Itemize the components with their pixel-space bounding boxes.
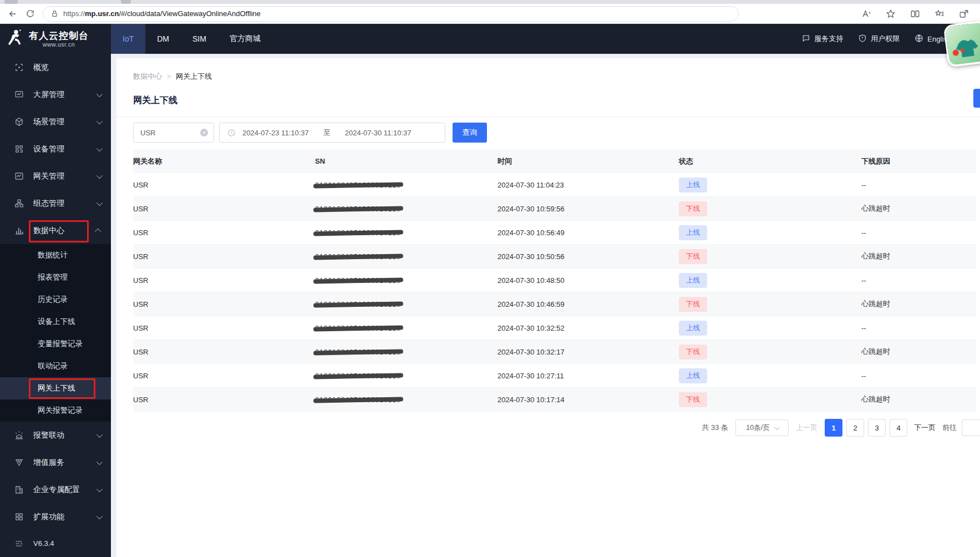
refresh-icon[interactable] xyxy=(26,9,35,18)
sidebar-item-8[interactable]: 增值服务 xyxy=(0,449,111,476)
sidebar-subitem-0[interactable]: 数据统计 xyxy=(0,244,111,266)
gateway-name-cell: USR xyxy=(133,348,315,356)
gateway-name-cell: USR xyxy=(133,276,315,285)
offline-reason-cell: 心跳超时 xyxy=(861,347,976,357)
time-cell: 2024-07-30 10:32:17 xyxy=(497,348,679,356)
sidebar-subitem-7[interactable]: 网关报警记录 xyxy=(0,399,111,422)
sidebar-item-6[interactable]: 数据中心 xyxy=(0,217,111,244)
lock-icon[interactable] xyxy=(51,10,58,17)
user-avatar[interactable] xyxy=(943,21,980,68)
status-cell: 下线 xyxy=(679,297,861,312)
navbar-item-0[interactable]: 服务支持 xyxy=(801,34,843,44)
product-tab-官方商城[interactable]: 官方商城 xyxy=(218,24,272,54)
globe-icon xyxy=(915,34,923,44)
product-tab-dm[interactable]: DM xyxy=(145,24,181,54)
table-row: USR010012240510000102102024-07-30 10:50:… xyxy=(133,245,976,269)
chevron-up-icon xyxy=(95,228,101,234)
gateway-icon xyxy=(14,171,24,181)
sidebar-item-9[interactable]: 企业专属配置 xyxy=(0,476,111,503)
favorites-bar-icon[interactable] xyxy=(935,9,945,19)
filter-bar: × 2024-07-23 11:10:37 至 2024-07-30 11:10… xyxy=(133,123,976,143)
table-row: USR010012240510000102102024-07-30 10:32:… xyxy=(133,316,976,340)
page-button-1[interactable]: 1 xyxy=(825,419,842,437)
content-card: 数据中心 > 网关上下线 网关上下线 × 2024-07-23 11:10:37… xyxy=(116,58,980,557)
status-badge: 下线 xyxy=(679,345,707,359)
goto-page-input[interactable] xyxy=(962,419,980,436)
date-range-picker[interactable]: 2024-07-23 11:10:37 至 2024-07-30 11:10:3… xyxy=(219,123,445,143)
navbar-item-1[interactable]: 用户权限 xyxy=(858,34,900,44)
date-start[interactable]: 2024-07-23 11:10:37 xyxy=(242,129,309,137)
logo[interactable]: 有人云控制台 www.usr.cn xyxy=(0,24,111,54)
table-body: USR010012240510000102102024-07-30 11:04:… xyxy=(133,173,976,412)
sn-cell: 01001224051000010210 xyxy=(315,276,497,285)
page-button-4[interactable]: 4 xyxy=(890,419,907,437)
prev-page-button[interactable]: 上一页 xyxy=(796,423,817,433)
sidebar-item-label: 组态管理 xyxy=(33,199,64,209)
sidebar-item-7[interactable]: 报警联动 xyxy=(0,422,111,449)
sidebar-item-0[interactable]: 概览 xyxy=(0,54,111,81)
sidebar-item-label: 场景管理 xyxy=(33,117,64,127)
sidebar-subitem-3[interactable]: 设备上下线 xyxy=(0,311,111,333)
chevron-down-icon xyxy=(97,199,103,205)
table-header: 网关名称SN时间状态下线原因 xyxy=(133,149,976,173)
column-header-2: 时间 xyxy=(497,156,679,166)
search-input[interactable] xyxy=(140,129,200,137)
sidebar-item-5[interactable]: 组态管理 xyxy=(0,190,111,217)
date-separator: 至 xyxy=(316,128,338,138)
sidebar-subitem-1[interactable]: 报表管理 xyxy=(0,266,111,288)
navbar-item-label: 服务支持 xyxy=(814,34,843,44)
gateway-search-field[interactable]: × xyxy=(133,123,214,143)
export-button[interactable] xyxy=(973,89,980,108)
product-tab-sim[interactable]: SIM xyxy=(181,24,218,54)
column-header-3: 状态 xyxy=(679,156,861,166)
sidebar-subitem-6[interactable]: 网关上下线 xyxy=(0,377,111,399)
top-navbar: 有人云控制台 www.usr.cn IoTDMSIM官方商城 服务支持用户权限E… xyxy=(0,24,980,54)
shield-icon xyxy=(858,34,867,44)
sn-cell: 01001224051000010210 xyxy=(315,324,497,332)
breadcrumb-parent[interactable]: 数据中心 xyxy=(133,72,162,82)
address-bar[interactable]: https://mp.usr.cn/#/cloud/data/ViewGatew… xyxy=(43,6,739,22)
date-end[interactable]: 2024-07-30 11:10:37 xyxy=(345,129,412,137)
sidebar-item-label: 大屏管理 xyxy=(33,90,64,100)
sidebar-subitem-2[interactable]: 历史记录 xyxy=(0,288,111,311)
scene-icon xyxy=(14,117,24,127)
next-page-button[interactable]: 下一页 xyxy=(914,423,936,433)
gateway-name-cell: USR xyxy=(133,300,315,308)
usr-logo-icon xyxy=(7,29,24,49)
split-screen-icon[interactable] xyxy=(910,9,920,19)
status-cell: 下线 xyxy=(679,345,861,359)
page-button-2[interactable]: 2 xyxy=(846,419,864,437)
sidebar-item-1[interactable]: 大屏管理 xyxy=(0,81,111,108)
sidebar-item-4[interactable]: 网关管理 xyxy=(0,163,111,190)
browser-extra-icon[interactable] xyxy=(959,9,969,19)
sidebar-submenu: 数据统计报表管理历史记录设备上下线变量报警记录联动记录网关上下线网关报警记录 xyxy=(0,244,111,422)
offline-reason-cell: -- xyxy=(861,324,976,332)
favorite-star-icon[interactable] xyxy=(886,9,896,19)
sidebar-subitem-5[interactable]: 联动记录 xyxy=(0,355,111,377)
page-size-select[interactable]: 10条/页 xyxy=(735,419,789,436)
sidebar-item-label: 扩展功能 xyxy=(33,512,64,522)
sn-cell: 01001224051000016210 xyxy=(315,300,497,308)
screen-icon xyxy=(14,90,24,100)
sidebar-collapse[interactable]: V6.3.4 xyxy=(0,530,111,557)
clear-icon[interactable]: × xyxy=(200,129,208,136)
url-path: /#/cloud/data/ViewGatewayOnlineAndOfflin… xyxy=(119,9,260,18)
query-button[interactable]: 查询 xyxy=(453,123,487,143)
sidebar-item-10[interactable]: 扩展功能 xyxy=(0,503,111,530)
offline-reason-cell: -- xyxy=(861,229,976,237)
time-cell: 2024-07-30 10:50:56 xyxy=(497,252,679,261)
back-icon[interactable] xyxy=(8,9,18,19)
sn-cell: 01001224051000010210 xyxy=(315,229,497,237)
enterprise-icon xyxy=(14,485,24,495)
sidebar-item-3[interactable]: 设备管理 xyxy=(0,135,111,163)
gateway-name-cell: USR xyxy=(133,396,315,404)
sidebar-item-label: 概览 xyxy=(33,63,49,73)
read-aloud-icon[interactable] xyxy=(861,9,871,19)
product-tab-iot[interactable]: IoT xyxy=(111,24,145,54)
page-button-3[interactable]: 3 xyxy=(868,419,886,437)
redacted-sn: 01001224051000010210 xyxy=(315,276,401,285)
offline-reason-cell: -- xyxy=(861,181,976,189)
sidebar-item-2[interactable]: 场景管理 xyxy=(0,108,111,135)
sidebar-subitem-4[interactable]: 变量报警记录 xyxy=(0,333,111,355)
redacted-sn: 01001224051000010210 xyxy=(315,396,401,404)
